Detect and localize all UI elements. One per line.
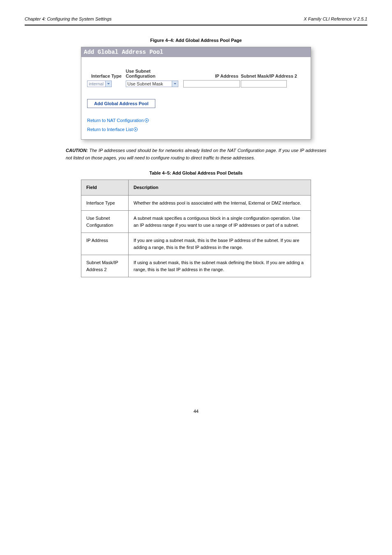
page-number: 44 [25,409,367,414]
table-row: Subnet Mask/IP Address 2 If using a subn… [81,255,311,277]
caution-label: CAUTION: [66,148,88,153]
cell-desc: If using a subnet mask, this is the subn… [129,255,311,277]
table-row: Interface Type Whether the address pool … [81,195,311,211]
cell-field: Use Subnet Configuration [81,211,129,233]
header-right: X Family CLI Reference V 2.5.1 [304,16,367,21]
arrow-right-icon [145,118,150,122]
add-global-address-pool-button[interactable]: Add Global Address Pool [87,99,155,108]
cell-field: IP Address [81,233,129,255]
subnet-config-value: Use Subnet Mask [126,81,172,87]
th-interface-type: Interface Type [87,74,126,78]
return-nat-config-link[interactable]: Return to NAT Configuration [87,118,150,123]
subnet-config-select[interactable]: Use Subnet Mask [126,81,178,87]
figure-caption: Figure 4–4: Add Global Address Pool Page [25,38,367,43]
link-label: Return to Interface List [87,127,133,132]
header-left: Chapter 4: Configuring the System Settin… [25,16,112,21]
table-row: Use Subnet Configuration A subnet mask s… [81,211,311,233]
caution-paragraph: CAUTION: The IP addresses used should be… [66,147,326,161]
ip-address-input[interactable] [183,80,240,88]
arrow-right-icon [134,127,138,131]
th-subnet-mask: Subnet Mask/IP Address 2 [241,74,302,78]
caution-text: The IP addresses used should be for netw… [66,148,326,160]
cell-desc: Whether the address pool is associated w… [129,195,311,211]
cell-field: Interface Type [81,195,129,211]
chevron-down-icon [172,81,178,87]
field-description-table: Field Description Interface Type Whether… [81,180,311,277]
panel-title: Add Global Address Pool [81,47,311,57]
subnet-mask-input[interactable] [241,80,287,88]
th-field: Field [81,180,129,196]
cell-field: Subnet Mask/IP Address 2 [81,255,129,277]
cell-desc: If you are using a subnet mask, this is … [129,233,311,255]
config-panel: Add Global Address Pool Interface Type U… [81,47,311,140]
th-ip-address: IP Address [179,74,241,78]
interface-type-value: internal [88,81,105,87]
interface-type-select[interactable]: internal [87,81,112,87]
table-row: IP Address If you are using a subnet mas… [81,233,311,255]
return-interface-list-link[interactable]: Return to Interface List [87,127,138,132]
chevron-down-icon [105,81,111,87]
th-subnet-config: Use Subnet Configuration [126,69,179,78]
table-caption: Table 4–5: Add Global Address Pool Detai… [25,170,367,175]
th-description: Description [129,180,311,196]
link-label: Return to NAT Configuration [87,118,144,123]
cell-desc: A subnet mask specifies a contiguous blo… [129,211,311,233]
